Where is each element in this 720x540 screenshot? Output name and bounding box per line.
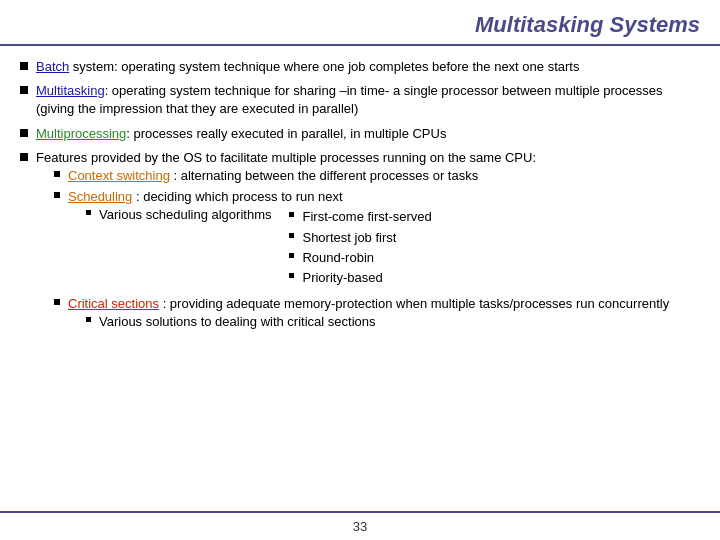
scheduling-label: Scheduling xyxy=(68,189,132,204)
multitasking-label: Multitasking xyxy=(36,83,105,98)
main-bullet-list: Batch system: operating system technique… xyxy=(20,58,700,336)
context-switching-label: Context switching xyxy=(68,168,170,183)
sub-bullet-icon-2 xyxy=(54,192,60,198)
bullet-1-text: Batch system: operating system technique… xyxy=(36,58,579,76)
deep-bullet-0-text: Various scheduling algorithms xyxy=(99,206,271,224)
xdeep-bullet-4: Priority-based xyxy=(289,269,431,287)
xdeep-bullet-list: First-come first-served Shortest job fir… xyxy=(289,208,431,289)
xdeep-bullet-1: First-come first-served xyxy=(289,208,431,226)
bullet-4-text: Features provided by the OS to facilitat… xyxy=(36,149,669,337)
bullet-3-rest: : processes really executed in parallel,… xyxy=(126,126,446,141)
sub-bullet-2-rest: : deciding which process to run next xyxy=(132,189,342,204)
xdeep-text-3: Round-robin xyxy=(302,249,374,267)
sub-bullet-icon-3 xyxy=(54,299,60,305)
deep-bullet-0: Various scheduling algorithms First-come… xyxy=(86,206,432,289)
bullet-icon-3 xyxy=(20,129,28,137)
critical-sections-label: Critical sections xyxy=(68,296,159,311)
sub-bullet-1-rest: : alternating between the different proc… xyxy=(170,168,478,183)
sub-bullet-3-text: Critical sections : providing adequate m… xyxy=(68,295,669,333)
bullet-3: Multiprocessing: processes really execut… xyxy=(20,125,700,143)
sub-bullet-1: Context switching : alternating between … xyxy=(54,167,669,185)
page-number: 33 xyxy=(353,519,367,534)
bullet-icon-1 xyxy=(20,62,28,70)
sub-bullet-3: Critical sections : providing adequate m… xyxy=(54,295,669,333)
deep-bullet-list: Various scheduling algorithms First-come… xyxy=(86,206,432,289)
xdeep-text-2: Shortest job first xyxy=(302,229,396,247)
bullet-2-text: Multitasking: operating system technique… xyxy=(36,82,700,118)
bullet-4: Features provided by the OS to facilitat… xyxy=(20,149,700,337)
bullet-4-content: Features provided by the OS to facilitat… xyxy=(36,150,536,165)
sub-bullet-2: Scheduling : deciding which process to r… xyxy=(54,188,669,292)
slide-footer: 33 xyxy=(0,511,720,540)
bullet-3-text: Multiprocessing: processes really execut… xyxy=(36,125,446,143)
xdeep-text-1: First-come first-served xyxy=(302,208,431,226)
bullet-2-rest: : operating system technique for sharing… xyxy=(36,83,662,116)
sub-bullet-3-rest: : providing adequate memory-protection w… xyxy=(159,296,669,311)
sub-bullet-2-text: Scheduling : deciding which process to r… xyxy=(68,188,432,292)
slide-content: Batch system: operating system technique… xyxy=(0,54,720,511)
multiprocessing-label: Multiprocessing xyxy=(36,126,126,141)
critical-sub-list: Various solutions to dealing with critic… xyxy=(86,313,669,331)
xdeep-icon-1 xyxy=(289,212,294,217)
batch-label: Batch xyxy=(36,59,69,74)
bullet-icon-4 xyxy=(20,153,28,161)
slide-title: Multitasking Systems xyxy=(0,0,720,46)
sub-bullet-1-text: Context switching : alternating between … xyxy=(68,167,478,185)
bullet-icon-2 xyxy=(20,86,28,94)
sub-bullet-list: Context switching : alternating between … xyxy=(54,167,669,334)
critical-sub-text-1: Various solutions to dealing with critic… xyxy=(99,313,376,331)
critical-sub-icon-1 xyxy=(86,317,91,322)
xdeep-bullet-2: Shortest job first xyxy=(289,229,431,247)
sub-bullet-icon-1 xyxy=(54,171,60,177)
bullet-2: Multitasking: operating system technique… xyxy=(20,82,700,118)
slide-container: Multitasking Systems Batch system: opera… xyxy=(0,0,720,540)
bullet-1: Batch system: operating system technique… xyxy=(20,58,700,76)
xdeep-text-4: Priority-based xyxy=(302,269,382,287)
xdeep-bullet-3: Round-robin xyxy=(289,249,431,267)
xdeep-icon-4 xyxy=(289,273,294,278)
xdeep-icon-2 xyxy=(289,233,294,238)
deep-bullet-icon-0 xyxy=(86,210,91,215)
xdeep-icon-3 xyxy=(289,253,294,258)
critical-sub-1: Various solutions to dealing with critic… xyxy=(86,313,669,331)
bullet-1-rest: system: operating system technique where… xyxy=(69,59,579,74)
